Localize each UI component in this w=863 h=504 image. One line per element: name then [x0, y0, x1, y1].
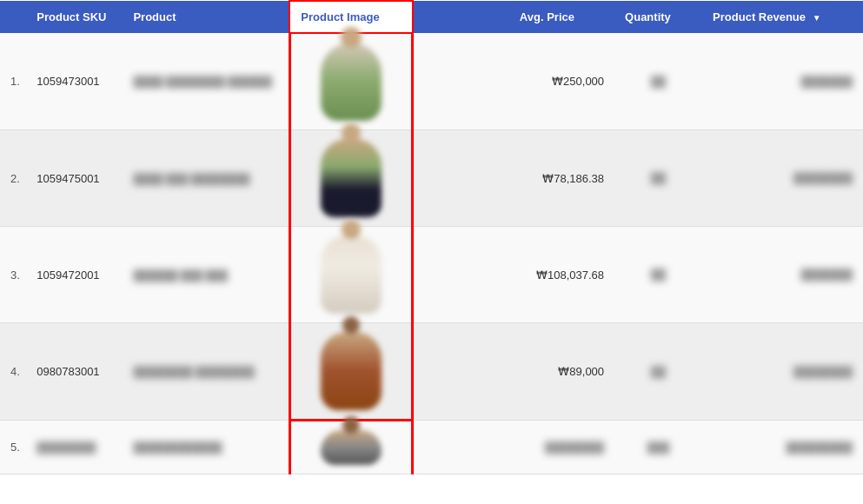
row-num: 5. — [0, 421, 26, 474]
sku-cell: 1059472001 — [26, 227, 123, 323]
col-header-sku: Product SKU — [26, 1, 123, 33]
table-row: 4. 0980783001 ████████ ████████ ₩89,000 … — [0, 323, 863, 421]
table-row: 1. 1059473001 ████ ████████ ██████ ₩250,… — [0, 33, 863, 130]
quantity-cell: ██ — [614, 130, 702, 227]
revenue-cell: ███████ — [702, 33, 863, 130]
main-table-container: Product SKU Product Product Image Avg. P… — [0, 0, 863, 504]
blurred-revenue: ████████ — [793, 172, 853, 184]
blurred-qty: ██ — [651, 76, 666, 88]
price-cell: ₩250,000 — [509, 33, 614, 130]
product-name-cell: ████████ ████████ — [123, 323, 289, 421]
product-name-cell: ████ ███ ████████ — [123, 130, 289, 227]
product-image-cell — [289, 227, 412, 323]
row-num: 3. — [0, 227, 26, 323]
quantity-cell: ██ — [614, 227, 702, 323]
blurred-price: ████████ — [545, 441, 604, 454]
product-image-cell — [289, 130, 412, 227]
blurred-revenue: █████████ — [786, 441, 853, 454]
revenue-cell: ███████ — [702, 227, 863, 323]
col-header-product: Product — [123, 1, 289, 33]
row-num: 1. — [0, 33, 26, 130]
blurred-qty: ██ — [651, 172, 666, 184]
product-image-cell — [289, 421, 412, 474]
revenue-cell: ████████ — [702, 130, 863, 227]
sku-cell: 1059475001 — [26, 130, 123, 227]
revenue-cell: █████████ — [702, 421, 863, 474]
blurred-product-name: ██████ ███ ███ — [133, 269, 228, 282]
col-header-quantity: Quantity — [614, 1, 702, 33]
col-header-num — [0, 1, 26, 33]
blurred-sku: ████████ — [37, 441, 96, 454]
blurred-revenue: ███████ — [800, 76, 853, 88]
row-num: 2. — [0, 130, 26, 227]
sku-cell: ████████ — [26, 421, 123, 474]
revenue-cell: ████████ — [702, 323, 863, 421]
blurred-qty: ██ — [651, 269, 666, 281]
blurred-product-name: ████ ████████ ██████ — [133, 76, 272, 88]
product-image — [321, 139, 382, 217]
gap-cell-1 — [413, 33, 509, 130]
gap-cell-5 — [413, 421, 509, 474]
blurred-product-name: ████████ ████████ — [133, 366, 254, 378]
gap-cell-3 — [413, 227, 509, 323]
blurred-revenue: ███████ — [800, 269, 853, 281]
gap-cell-4 — [413, 323, 509, 421]
sort-arrow-icon: ▼ — [813, 13, 821, 23]
table-header-row: Product SKU Product Product Image Avg. P… — [0, 1, 863, 33]
table-row: 2. 1059475001 ████ ███ ████████ ₩78,186.… — [0, 130, 863, 227]
sku-cell: 0980783001 — [26, 323, 123, 421]
product-name-cell: ████████████ — [123, 421, 289, 474]
blurred-product-name: ████████████ — [133, 441, 222, 454]
row-num: 4. — [0, 323, 26, 421]
price-cell: ₩78,186.38 — [509, 130, 614, 227]
product-image — [321, 430, 382, 465]
blurred-qty: ██ — [651, 366, 666, 378]
quantity-cell: ███ — [614, 421, 702, 474]
table-row: 5. ████████ ████████████ ████████ █ — [0, 421, 863, 474]
price-cell: ████████ — [509, 421, 614, 474]
col-header-gap — [413, 1, 509, 33]
product-image — [321, 235, 382, 314]
col-header-price: Avg. Price — [509, 1, 614, 33]
blurred-qty: ███ — [647, 441, 670, 454]
gap-cell-2 — [413, 130, 509, 227]
col-header-revenue[interactable]: Product Revenue ▼ — [702, 1, 863, 33]
table-row: 3. 1059472001 ██████ ███ ███ ₩108,037.68… — [0, 227, 863, 323]
blurred-revenue: ████████ — [793, 366, 853, 378]
product-name-cell: ██████ ███ ███ — [123, 227, 289, 323]
price-cell: ₩108,037.68 — [509, 227, 614, 323]
quantity-cell: ██ — [614, 33, 702, 130]
product-image — [321, 332, 382, 410]
blurred-product-name: ████ ███ ████████ — [133, 173, 249, 185]
product-name-cell: ████ ████████ ██████ — [123, 33, 289, 130]
price-cell: ₩89,000 — [509, 323, 614, 421]
product-image-cell — [289, 33, 412, 130]
product-image-cell — [289, 323, 412, 421]
product-table: Product SKU Product Product Image Avg. P… — [0, 0, 863, 474]
product-image — [321, 43, 382, 121]
quantity-cell: ██ — [614, 323, 702, 421]
sku-cell: 1059473001 — [26, 33, 123, 130]
